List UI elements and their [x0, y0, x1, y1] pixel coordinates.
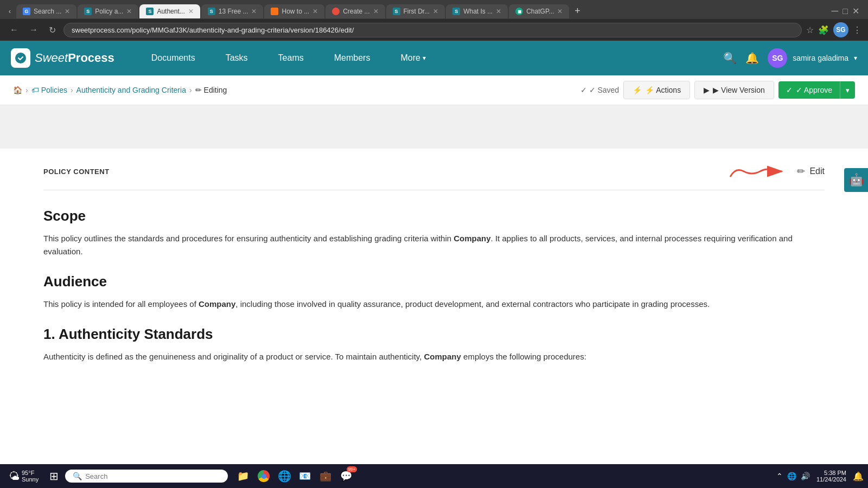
chevron-down-icon: ▾ [423, 54, 426, 62]
notification-center-icon[interactable]: 🔔 [853, 471, 864, 481]
nav-members[interactable]: Members [319, 41, 386, 75]
close-button[interactable]: ✕ [852, 6, 859, 16]
red-arrow-annotation [727, 162, 793, 181]
home-icon: 🏠 [13, 86, 22, 94]
editing-label: Editing [204, 86, 227, 94]
browser-chrome: ‹ G Search ... ✕ S Policy a... ✕ S Authe… [0, 0, 868, 41]
maximize-button[interactable]: □ [843, 7, 848, 16]
tab-search[interactable]: G Search ... ✕ [16, 4, 76, 18]
tab-close-firstdr[interactable]: ✕ [433, 8, 438, 15]
taskbar-file-explorer[interactable]: 📁 [234, 467, 252, 485]
approve-button[interactable]: ✓ ✓ Approve [778, 81, 840, 99]
logo-text: SweetProcess [35, 51, 114, 65]
actions-button[interactable]: ⚡ ⚡ Actions [623, 81, 690, 99]
tab-close-search[interactable]: ✕ [65, 8, 70, 15]
chevron-up-icon[interactable]: ⌃ [776, 472, 783, 480]
view-version-button[interactable]: ▶ ▶ View Version [694, 81, 774, 99]
tab-close-chatgp[interactable]: ✕ [557, 8, 563, 15]
section-body-authenticity: Authenticity is defined as the genuinene… [43, 350, 825, 363]
breadcrumb-policies[interactable]: 🏷 Policies [31, 86, 67, 94]
tab-close-13free[interactable]: ✕ [251, 8, 257, 15]
tab-favicon-authenticity: S [146, 8, 154, 15]
tab-scroll-left[interactable]: ‹ [4, 4, 15, 18]
nav-tasks[interactable]: Tasks [210, 41, 263, 75]
taskbar-teams-icon[interactable]: 💼 [317, 467, 334, 485]
tab-13free[interactable]: S 13 Free ... ✕ [201, 4, 264, 18]
tab-label-policy: Policy a... [95, 8, 123, 15]
tab-favicon-policy: S [84, 8, 92, 15]
nav-more[interactable]: More ▾ [385, 41, 441, 75]
section-audience: Audience This policy is intended for all… [43, 273, 825, 311]
breadcrumb-sep-2: › [71, 86, 73, 94]
tab-favicon-search: G [23, 8, 30, 15]
new-tab-button[interactable]: + [570, 3, 585, 19]
taskbar-search-input[interactable] [85, 472, 176, 480]
taskbar-weather: 🌤 95°F Sunny [4, 470, 43, 483]
search-icon[interactable]: 🔍 [723, 52, 737, 65]
tab-authenticity[interactable]: S Authent... ✕ [139, 4, 200, 18]
tab-label-howto: How to ... [282, 8, 309, 15]
taskbar-clock[interactable]: 5:38 PM 11/24/2024 [816, 470, 846, 483]
taskbar-search[interactable]: 🔍 [65, 470, 228, 483]
user-area[interactable]: SG samira galadima ▾ [768, 48, 857, 68]
approve-dropdown-button[interactable]: ▾ [840, 81, 855, 99]
minimize-button[interactable]: ─ [832, 5, 839, 17]
app-logo[interactable]: SweetProcess [11, 48, 114, 68]
breadcrumb-page-title[interactable]: Authenticity and Grading Criteria [76, 86, 186, 94]
taskbar: 🌤 95°F Sunny ⊞ 🔍 📁 🌐 📧 💼 [0, 464, 868, 488]
tab-label-create: Create ... [343, 8, 369, 15]
taskbar-chrome-icon[interactable] [255, 467, 272, 485]
policy-content-header: POLICY CONTENT ✏ Edit [43, 149, 825, 190]
tab-close-whatis[interactable]: ✕ [496, 8, 501, 15]
breadcrumb-bar: 🏠 › 🏷 Policies › Authenticity and Gradin… [0, 75, 868, 105]
tab-create[interactable]: Create ... ✕ [326, 4, 385, 18]
tab-close-authenticity[interactable]: ✕ [188, 8, 194, 15]
profile-avatar[interactable]: SG [833, 22, 848, 37]
saved-checkmark-icon: ✓ [580, 86, 587, 94]
tab-favicon-howto [271, 8, 278, 15]
address-input[interactable] [63, 23, 802, 37]
company-bold-3: Company [424, 352, 461, 361]
tab-close-create[interactable]: ✕ [373, 8, 379, 15]
company-bold-1: Company [454, 234, 490, 243]
edit-label[interactable]: Edit [809, 166, 825, 176]
network-icon[interactable]: 🌐 [787, 472, 796, 480]
taskbar-mail-icon[interactable]: 📧 [296, 467, 314, 485]
browser-menu-icon[interactable]: ⋮ [853, 25, 861, 35]
section-body-audience: This policy is intended for all employee… [43, 298, 825, 311]
section-heading-authenticity: 1. Authenticity Standards [43, 326, 825, 343]
forward-button[interactable]: → [26, 23, 41, 37]
bookmark-icon[interactable]: ☆ [806, 25, 814, 35]
extensions-icon[interactable]: 🧩 [818, 25, 829, 35]
notification-badge: 99+ [347, 466, 358, 472]
tab-close-howto[interactable]: ✕ [312, 8, 318, 15]
tab-howto[interactable]: How to ... ✕ [264, 4, 324, 18]
edit-area[interactable]: ✏ Edit [727, 162, 825, 181]
breadcrumb-home[interactable]: 🏠 [13, 86, 22, 94]
tab-favicon-whatis: S [452, 8, 460, 15]
windows-logo-icon: ⊞ [49, 470, 59, 483]
tab-favicon-chatgp: ◼ [515, 8, 523, 15]
nav-teams[interactable]: Teams [263, 41, 319, 75]
ai-assistant-button[interactable]: 🤖 [844, 168, 868, 192]
saved-indicator: ✓ ✓ Saved [580, 86, 620, 94]
back-button[interactable]: ← [7, 23, 22, 37]
header-actions: 🔍 🔔 SG samira galadima ▾ [723, 48, 857, 68]
tab-policy[interactable]: S Policy a... ✕ [78, 4, 138, 18]
policies-icon: 🏷 [31, 86, 39, 94]
edit-pencil-icon: ✏ [797, 165, 805, 177]
taskbar-edge-icon[interactable]: 🌐 [276, 467, 293, 485]
nav-documents[interactable]: Documents [136, 41, 210, 75]
breadcrumb-page-title-text: Authenticity and Grading Criteria [76, 86, 186, 94]
tab-close-policy[interactable]: ✕ [126, 8, 132, 15]
tab-favicon-firstdr: S [393, 8, 400, 15]
volume-icon[interactable]: 🔊 [801, 472, 810, 480]
notification-bell-icon[interactable]: 🔔 [745, 52, 759, 65]
breadcrumb-actions: ✓ ✓ Saved ⚡ ⚡ Actions ▶ ▶ View Version ✓… [580, 81, 855, 99]
tab-chatgp[interactable]: ◼ ChatGP... ✕ [509, 4, 569, 18]
tab-firstdr[interactable]: S First Dr... ✕ [386, 4, 445, 18]
logo-icon [11, 48, 30, 68]
reload-button[interactable]: ↻ [46, 23, 59, 37]
tab-whatis[interactable]: S What Is ... ✕ [446, 4, 508, 18]
windows-start-button[interactable]: ⊞ [45, 467, 63, 485]
